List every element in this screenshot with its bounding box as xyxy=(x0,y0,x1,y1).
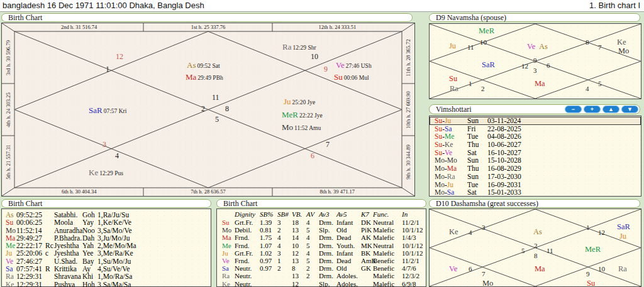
func-nature: Malefic xyxy=(373,234,402,241)
dasha-date: 03-11-2024 xyxy=(487,117,641,125)
av3: Drm. xyxy=(319,257,336,264)
dasha-up-button[interactable]: ▲ xyxy=(602,106,619,113)
dasha-row[interactable]: Mo-Ra Sun 17-03-2030 xyxy=(430,173,641,181)
house-strip-top: 2nd h. 31 516.741st h. 25 337.7612th h. … xyxy=(14,23,402,31)
dasha-row[interactable]: Su-Sa Fri 22-08-2025 xyxy=(430,125,641,133)
dasha-row[interactable]: Mo-Sa Sat 15-01-2033 xyxy=(430,188,641,197)
sb-pct: 1.39 xyxy=(260,219,277,226)
pada-lords: 1,Ke/Ke/Ve xyxy=(97,219,211,226)
dignity-table-header: Dignity SB% SB# VB. AV Av3 Av5 K7 Func. … xyxy=(217,210,426,219)
nakshatra: Krittika xyxy=(54,265,82,273)
av3: Drm. xyxy=(319,249,336,257)
planet-detail: 22:22 Jye xyxy=(299,112,323,119)
planet-detail: 00:06 Mul xyxy=(344,75,369,81)
sb-pct xyxy=(260,280,277,287)
func-nature: Malefic xyxy=(373,280,402,287)
house-strip-label: 2nd h. 31 516.74 xyxy=(14,23,143,31)
planet-detail: 29:49 PBh xyxy=(197,75,223,81)
dasha-lords: Mo-Ju xyxy=(435,181,467,189)
dasha-row[interactable]: Su-Ke Thu 10-06-2027 xyxy=(430,141,641,149)
planet-abbrev: Ra xyxy=(618,264,627,274)
house-number: 1 xyxy=(106,65,109,74)
panel-title-text: Birth Chart xyxy=(8,200,42,207)
dasha-row[interactable]: Su-Ju Sun 03-11-2024 xyxy=(430,117,641,125)
dasha-row[interactable]: Mo-Mo Sun 15-10-2028 xyxy=(430,156,641,165)
dignity-table-row: Ju Grt.Fr. 1.02 3 12 4 Drm. Infant BK Ma… xyxy=(217,249,426,257)
planet-abbrev: Ma xyxy=(222,234,235,241)
sb-num: 4 xyxy=(277,242,292,249)
panel-title-text: D10 Dashamsha (great successes) xyxy=(436,200,538,207)
dasha-down-button[interactable]: ▼ xyxy=(621,106,638,113)
house-number: 8 xyxy=(534,252,538,259)
house-strip-label: 5th h. 21 557.31 xyxy=(5,144,11,180)
planet-abbrev: Sa xyxy=(6,265,16,273)
planet-detail: 09:52 Sat xyxy=(197,63,219,69)
dignity-table-row: Me Frnd. 1.07 4 10 5 Drm. Youth. MK Neut… xyxy=(217,242,426,249)
motion-flag xyxy=(45,273,54,280)
d10-dashamsha-chart[interactable]: 431125211867910 KeAsSaRJuMeRVeMaRaMoSu xyxy=(429,208,641,287)
nakshatra: Anuradha xyxy=(54,227,82,234)
planet-table-row: Me 22:22:17 Rc Jyeshtha Yah 2,Me/Mo/Ma xyxy=(2,242,211,249)
panel-title-dignity-table: Birth Chart xyxy=(216,199,426,208)
planet-table-row: As 09:52:25 Satabhi. Goh 1,Ra/Ju/Su xyxy=(2,211,211,219)
planet-longitude: 11:52:14 xyxy=(16,227,45,234)
dasha-date: 16-09-2031 xyxy=(487,181,641,189)
dasha-minus-button[interactable]: − xyxy=(565,106,582,113)
dasha-weekday: Sat xyxy=(467,188,487,197)
house-number: 2 xyxy=(534,242,538,249)
dasha-row[interactable]: Mo-Ju Tue 16-09-2031 xyxy=(430,181,641,189)
nakshatra: Pushya xyxy=(54,281,82,287)
dasha-plus-button[interactable]: + xyxy=(584,106,601,113)
pada-lords: 4,Su/Ve/Ve xyxy=(97,265,211,273)
house-number: 12 xyxy=(521,62,528,70)
dignity-table-row: Ra Neutr. 13 2 Drm. Adoles. Malefic 12/3… xyxy=(217,272,426,279)
planet-table-row: Ke 12:29:31 Pushya Hoh 3,Sa/Ma/Sa xyxy=(2,281,211,287)
planet-abbrev: Ju xyxy=(619,232,626,241)
av3: Slp. xyxy=(319,280,336,287)
house-number: 11 xyxy=(547,247,553,254)
planet-detail: 12:29 Shr xyxy=(292,45,316,51)
main-birth-chart[interactable]: 2nd h. 31 516.741st h. 25 337.7612th h. … xyxy=(1,23,415,197)
planet-abbrev: Su xyxy=(334,72,343,82)
house-strip-label: 1st h. 25 337.76 xyxy=(143,23,272,31)
col-func: Func. xyxy=(373,210,402,219)
dignity: Neutr. xyxy=(235,280,260,287)
dasha-lords: Mo-Sa xyxy=(435,188,467,197)
in-houses: 10/1/12 xyxy=(402,226,426,234)
house-number: 7 xyxy=(482,270,486,278)
dignity: Frnd. xyxy=(235,242,260,249)
planet-longitude: 12:29:31 xyxy=(16,273,45,280)
dasha-date: 15-10-2028 xyxy=(487,156,641,165)
syllable: Ay xyxy=(82,265,97,273)
syllable: Noo xyxy=(82,227,97,234)
panel-title-text: Birth Chart xyxy=(223,200,257,207)
dasha-row[interactable]: Mo-Ma Thu 16-08-2029 xyxy=(430,165,641,173)
av5: Infant xyxy=(336,249,361,257)
vb: 13 xyxy=(292,257,306,264)
planet-abbrev: Sa xyxy=(222,264,235,272)
func-nature: Malefic xyxy=(373,272,402,279)
sb-num xyxy=(277,280,292,287)
sb-num: 3 xyxy=(277,219,292,226)
dignity-table: Dignity SB% SB# VB. AV Av3 Av5 K7 Func. … xyxy=(216,208,426,287)
dasha-lords: Su-Ju xyxy=(435,117,467,125)
dasha-row[interactable]: Su-Me Tue 04-08-2026 xyxy=(430,133,641,141)
nakshatra: Shravana xyxy=(54,273,82,280)
house-number: 10 xyxy=(311,52,318,62)
av3: Drm. xyxy=(319,242,336,249)
house-number: 4 xyxy=(115,151,119,161)
k7: DK xyxy=(361,219,373,226)
av5: Old xyxy=(336,226,361,234)
dignity-table-row: Su Grt.Fr. 1.39 3 18 4 Drm. Infant DK Ne… xyxy=(217,219,426,226)
dasha-row[interactable]: Su-Ve Sat 16-10-2027 xyxy=(430,149,641,157)
av5: Dead xyxy=(336,257,361,264)
k7 xyxy=(361,272,373,279)
dasha-lords: Su-Ke xyxy=(435,141,467,149)
motion-flag xyxy=(45,227,54,234)
k7: AK xyxy=(361,234,373,241)
sb-pct: 1.07 xyxy=(260,242,277,249)
k7 xyxy=(361,280,373,287)
sb-pct: 0.97 xyxy=(260,264,277,272)
house-number: 6 xyxy=(547,62,550,69)
d9-navamsha-chart[interactable]: 111087129361254 JuMeRVeAsKeMoSaRSuRaMa xyxy=(429,23,641,99)
